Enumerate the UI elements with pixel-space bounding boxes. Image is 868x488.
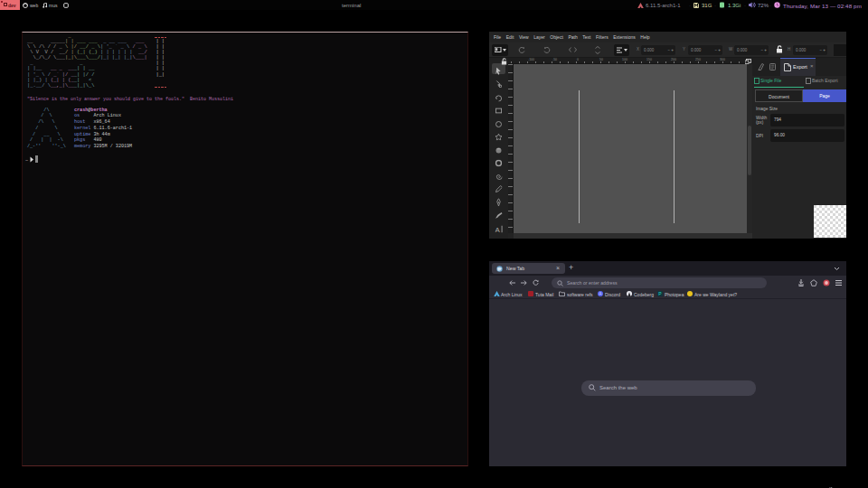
svg-text:A: A [495, 225, 500, 232]
